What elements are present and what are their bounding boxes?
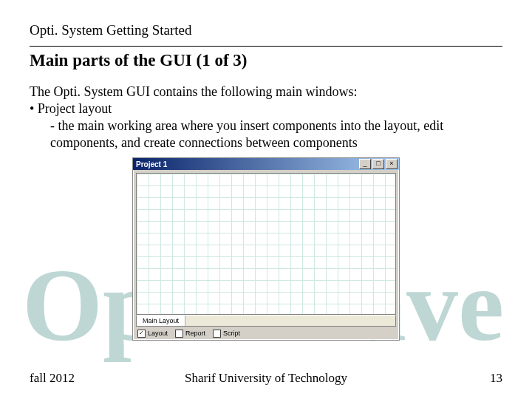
window-titlebar: Project 1 _ □ × [133, 158, 399, 170]
checkbox-report-box [175, 330, 183, 338]
maximize-button[interactable]: □ [372, 159, 384, 169]
checkbox-report-label: Report [185, 330, 205, 337]
bottom-toolbar: ✓ Layout Report Script [136, 328, 396, 338]
slide-footer: fall 2012 Sharif University of Technolog… [30, 371, 502, 386]
checkbox-script[interactable]: Script [213, 330, 240, 338]
tab-bar: Main Layout [136, 315, 396, 327]
bullet-description: - the main working area where you insert… [50, 117, 502, 151]
layout-canvas[interactable] [136, 173, 396, 315]
minimize-button[interactable]: _ [359, 159, 371, 169]
divider [30, 46, 502, 47]
window-caption: Project 1 [136, 160, 167, 168]
footer-center: Sharif University of Technology [30, 371, 502, 386]
slide-header: Opti. System Getting Started [30, 22, 502, 38]
close-button[interactable]: × [386, 159, 398, 169]
footer-right: 13 [490, 371, 502, 386]
slide-title: Main parts of the GUI (1 of 3) [30, 51, 502, 70]
checkbox-layout-box: ✓ [137, 330, 146, 338]
checkbox-layout[interactable]: ✓ Layout [137, 330, 168, 338]
bullet-project-layout: • Project layout [30, 100, 502, 117]
project-layout-window: Project 1 _ □ × Main Layout ✓ Layout Rep… [132, 157, 400, 341]
checkbox-script-label: Script [223, 330, 240, 337]
footer-left: fall 2012 [30, 371, 75, 386]
checkbox-report[interactable]: Report [175, 330, 205, 338]
checkbox-layout-label: Layout [148, 330, 168, 337]
intro-text: The Opti. System GUI contains the follow… [30, 83, 502, 100]
checkbox-script-box [213, 330, 221, 338]
tab-main-layout[interactable]: Main Layout [137, 316, 185, 326]
